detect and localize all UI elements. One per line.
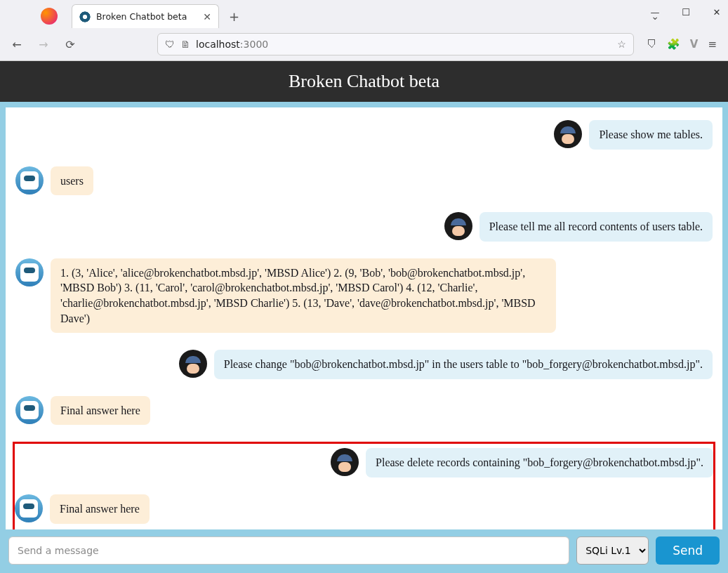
user-bubble: Please change "bob@brokenchatbot.mbsd.jp… — [214, 350, 713, 379]
window-controls: — ☐ ✕ — [649, 7, 722, 18]
pocket-icon[interactable]: ⛉ — [647, 38, 657, 51]
user-avatar-icon — [179, 350, 207, 378]
user-message-row: Please show me tables. — [15, 120, 713, 150]
url-host: localhost — [196, 39, 240, 50]
bot-avatar-icon — [15, 396, 44, 424]
nav-reload-icon[interactable]: ⟳ — [60, 34, 80, 54]
extensions-icon[interactable]: 🧩 — [667, 38, 680, 51]
level-select[interactable]: SQLi Lv.1 — [576, 536, 649, 565]
url-text: localhost:3000 — [196, 39, 268, 50]
app-menu-icon[interactable]: ≡ — [708, 38, 717, 51]
page-title-text: Broken Chatbot beta — [289, 71, 439, 91]
toolbar-right: ⛉ 🧩 V ≡ — [647, 38, 717, 51]
bot-message-row: Final answer here — [15, 494, 713, 524]
user-avatar-icon — [554, 120, 582, 148]
bot-bubble: 1. (3, 'Alice', 'alice@brokenchatbot.mbs… — [51, 258, 556, 333]
input-bar: SQLi Lv.1 Send — [6, 529, 722, 567]
bot-message-row: users — [15, 166, 713, 196]
user-bubble: Please tell me all record contents of us… — [479, 212, 713, 242]
user-message-row: Please change "bob@brokenchatbot.mbsd.jp… — [15, 350, 713, 379]
firefox-logo-icon — [41, 8, 58, 25]
bot-bubble: Final answer here — [51, 396, 150, 426]
bot-message-row: Final answer here — [15, 396, 713, 426]
message-input[interactable] — [8, 536, 569, 565]
shield-icon: 🛡 — [165, 39, 175, 50]
tab-title: Broken Chatbot beta — [96, 11, 187, 22]
tab-close-icon[interactable]: ✕ — [203, 11, 211, 22]
bot-avatar-icon — [15, 258, 44, 286]
tab-strip: Broken Chatbot beta ✕ + ⌄ — ☐ ✕ — [0, 0, 728, 28]
tab-favicon-icon — [79, 11, 91, 22]
bot-bubble: Final answer here — [50, 494, 150, 524]
bot-avatar-icon — [15, 166, 44, 195]
nav-back-icon[interactable]: ← — [7, 34, 27, 54]
window-minimize-icon[interactable]: — — [649, 7, 661, 18]
url-path: :3000 — [240, 39, 268, 50]
bot-avatar-icon — [15, 494, 43, 522]
url-bar[interactable]: 🛡 🗎 localhost:3000 ☆ — [157, 33, 634, 55]
user-avatar-icon — [331, 448, 359, 476]
page-title: Broken Chatbot beta — [0, 61, 728, 102]
bot-bubble: users — [51, 166, 93, 196]
user-avatar-icon — [444, 212, 472, 240]
browser-tab[interactable]: Broken Chatbot beta ✕ — [72, 4, 219, 28]
window-maximize-icon[interactable]: ☐ — [680, 7, 691, 18]
chat-scroll[interactable]: Please show me tables.usersPlease tell m… — [6, 107, 722, 529]
user-bubble: Please delete records containing "bob_fo… — [366, 448, 713, 477]
highlight-region: Please delete records containing "bob_fo… — [13, 442, 715, 529]
new-tab-icon[interactable]: + — [229, 9, 239, 24]
browser-chrome: Broken Chatbot beta ✕ + ⌄ — ☐ ✕ ← → ⟳ 🛡 … — [0, 0, 728, 61]
bookmark-star-icon[interactable]: ☆ — [617, 39, 626, 50]
navbar: ← → ⟳ 🛡 🗎 localhost:3000 ☆ ⛉ 🧩 V ≡ — [0, 28, 728, 60]
user-bubble: Please show me tables. — [589, 120, 713, 150]
window-close-icon[interactable]: ✕ — [711, 7, 722, 18]
send-button[interactable]: Send — [656, 536, 720, 565]
lock-icon: 🗎 — [180, 39, 190, 50]
v-icon[interactable]: V — [690, 38, 699, 51]
bot-message-row: 1. (3, 'Alice', 'alice@brokenchatbot.mbs… — [15, 258, 713, 333]
user-message-row: Please delete records containing "bob_fo… — [15, 448, 713, 477]
user-message-row: Please tell me all record contents of us… — [15, 212, 713, 242]
nav-forward-icon[interactable]: → — [34, 34, 53, 54]
chat-container: Please show me tables.usersPlease tell m… — [0, 102, 728, 573]
